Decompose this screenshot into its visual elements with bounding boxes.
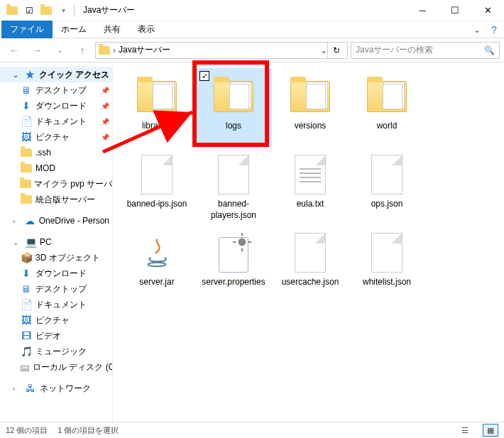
search-icon[interactable]: 🔍 <box>484 45 495 55</box>
file-item-libraries[interactable]: libraries <box>119 68 195 146</box>
document-icon: 📄 <box>20 298 33 311</box>
nav-back-button[interactable]: ← <box>4 40 24 60</box>
nav-onedrive[interactable]: ›☁OneDrive - Person <box>0 213 112 229</box>
help-button[interactable]: ? <box>484 24 504 35</box>
search-placeholder: Javaサーバーの検索 <box>356 44 433 56</box>
qat-dropdown-icon[interactable]: ▾ <box>55 3 71 18</box>
file-item-usercache[interactable]: usercache.json <box>272 224 349 302</box>
file-item-eula[interactable]: eula.txt <box>272 146 349 224</box>
file-item-server-properties[interactable]: server.properties <box>195 224 272 302</box>
nav-downloads2[interactable]: ⬇ダウンロード <box>0 265 112 281</box>
nav-music[interactable]: 🎵ミュージック <box>0 344 112 359</box>
file-item-whitelist[interactable]: whitelist.json <box>349 224 425 302</box>
nav-label: ビデオ <box>35 330 61 342</box>
nav-local-disk[interactable]: 🖴ローカル ディスク (C <box>0 359 112 375</box>
nav-3d-objects[interactable]: 📦3D オブジェクト <box>0 250 112 265</box>
nav-desktop[interactable]: 🖥デスクトップ📌 <box>0 82 112 98</box>
nav-label: ドキュメント <box>35 299 87 311</box>
nav-forward-button[interactable]: → <box>27 40 47 60</box>
nav-documents2[interactable]: 📄ドキュメント <box>0 297 112 312</box>
file-item-ops[interactable]: ops.json <box>349 146 425 224</box>
tab-file[interactable]: ファイル <box>1 21 53 38</box>
qat-properties-icon[interactable]: ☑ <box>21 3 37 18</box>
folder-icon <box>290 81 330 112</box>
file-label: eula.txt <box>295 199 326 210</box>
nav-quick-access[interactable]: ⌄★クイック アクセス <box>0 67 112 82</box>
file-list[interactable]: libraries ✓ logs versions world banned-i… <box>113 62 504 422</box>
file-label: versions <box>293 121 328 132</box>
folder-icon <box>20 162 33 175</box>
pin-icon: 📌 <box>101 118 109 126</box>
tab-home[interactable]: ホーム <box>53 21 95 38</box>
search-input[interactable]: Javaサーバーの検索 🔍 <box>351 42 500 59</box>
file-label: libraries <box>141 121 173 132</box>
maximize-button[interactable]: ☐ <box>439 0 471 21</box>
close-button[interactable]: ✕ <box>471 0 504 21</box>
nav-mod[interactable]: MOD <box>0 160 112 176</box>
file-item-versions[interactable]: versions <box>272 68 349 146</box>
ribbon-tabs: ファイル ホーム 共有 表示 ⌄ ? <box>0 21 504 38</box>
nav-integrated[interactable]: 統合版サーバー <box>0 192 112 207</box>
nav-up-button[interactable]: ↑ <box>72 40 92 60</box>
file-item-server-jar[interactable]: server.jar <box>119 224 195 302</box>
qat-new-folder-icon[interactable] <box>38 3 54 18</box>
file-item-banned-ips[interactable]: banned-ips.json <box>119 146 195 224</box>
svg-point-0 <box>148 263 166 267</box>
nav-desktop2[interactable]: 🖥デスクトップ <box>0 281 112 297</box>
window-title: Javaサーバー <box>83 4 135 16</box>
pin-icon: 📌 <box>101 87 109 94</box>
view-icons-button[interactable]: ▦ <box>483 424 498 437</box>
nav-videos[interactable]: 🎞ビデオ <box>0 328 112 344</box>
file-item-world[interactable]: world <box>349 68 425 146</box>
nav-label: ダウンロード <box>35 100 87 112</box>
refresh-button[interactable]: ↻ <box>327 42 344 59</box>
nav-label: 統合版サーバー <box>35 194 95 206</box>
folder-icon <box>20 146 33 159</box>
nav-label: クイック アクセス <box>39 69 109 81</box>
folder-icon <box>20 177 31 190</box>
nav-label: デスクトップ <box>35 283 87 295</box>
ribbon-expand-icon[interactable]: ⌄ <box>470 25 484 35</box>
navigation-pane[interactable]: ⌄★クイック アクセス 🖥デスクトップ📌 ⬇ダウンロード📌 📄ドキュメント📌 🖼… <box>0 62 113 422</box>
nav-downloads[interactable]: ⬇ダウンロード📌 <box>0 98 112 114</box>
nav-label: ダウンロード <box>35 268 87 280</box>
nav-pictures[interactable]: 🖼ピクチャ📌 <box>0 129 112 145</box>
jar-icon <box>137 233 177 273</box>
nav-label: ローカル ディスク (C <box>33 361 113 373</box>
file-icon <box>141 155 172 195</box>
nav-documents[interactable]: 📄ドキュメント📌 <box>0 114 112 129</box>
network-icon: 🖧 <box>24 382 37 395</box>
nav-label: .ssh <box>35 148 51 158</box>
address-bar[interactable]: › Javaサーバー ⌄ ↻ <box>95 42 348 59</box>
download-icon: ⬇ <box>20 99 33 112</box>
tab-share[interactable]: 共有 <box>95 21 129 38</box>
nav-label: マイクラ pvp サーバー <box>34 178 113 190</box>
tab-view[interactable]: 表示 <box>129 21 163 38</box>
pin-icon: 📌 <box>101 133 109 141</box>
file-item-banned-players[interactable]: banned-players.json <box>195 146 272 224</box>
breadcrumb-item[interactable]: Javaサーバー <box>119 44 170 56</box>
view-details-button[interactable]: ☰ <box>457 424 473 437</box>
nav-network[interactable]: ›🖧ネットワーク <box>0 380 112 396</box>
folder-title-icon <box>4 3 20 18</box>
nav-pictures2[interactable]: 🖼ピクチャ <box>0 312 112 328</box>
text-file-icon <box>295 155 326 195</box>
nav-pc[interactable]: ⌄💻PC <box>0 234 112 250</box>
address-dropdown-icon[interactable]: ⌄ <box>320 45 327 55</box>
pc-icon: 💻 <box>24 236 37 248</box>
nav-minecraft-pvp[interactable]: マイクラ pvp サーバー <box>0 176 112 192</box>
file-label: banned-players.json <box>195 199 272 221</box>
file-item-logs[interactable]: ✓ logs <box>195 68 272 146</box>
minimize-button[interactable]: ─ <box>406 0 439 21</box>
pictures-icon: 🖼 <box>20 131 33 143</box>
nav-ssh[interactable]: .ssh <box>0 145 112 160</box>
pictures-icon: 🖼 <box>20 314 33 327</box>
status-bar: 12 個の項目 1 個の項目を選択 ☰ ▦ <box>0 422 504 438</box>
file-label: whitelist.json <box>361 277 412 288</box>
disk-icon: 🖴 <box>20 361 30 373</box>
desktop-icon: 🖥 <box>20 84 33 97</box>
nav-recent-dropdown[interactable]: ⌄ <box>50 40 70 60</box>
download-icon: ⬇ <box>20 267 33 280</box>
selection-checkbox[interactable]: ✓ <box>199 71 209 81</box>
video-icon: 🎞 <box>20 329 33 342</box>
